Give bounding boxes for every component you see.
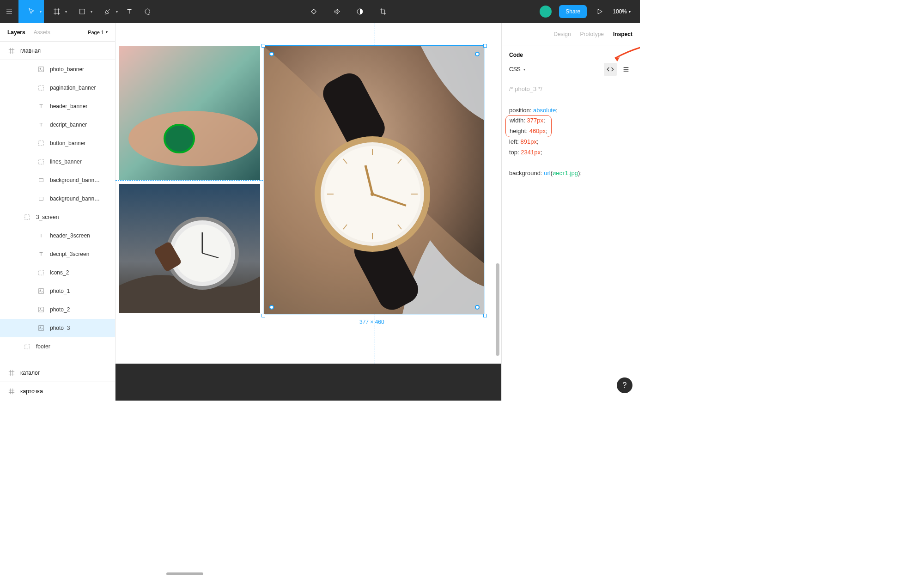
layer-item[interactable]: background_bann… <box>0 189 115 208</box>
selection-corner-dot[interactable] <box>269 305 274 310</box>
layers-list[interactable]: photo_bannerpagination_bannerheader_bann… <box>0 60 115 364</box>
layer-item[interactable]: decript_banner <box>0 116 115 134</box>
text-icon <box>38 232 44 239</box>
layer-label: decript_banner <box>50 122 87 128</box>
page-dropdown[interactable]: Page 1 ▾ <box>88 30 108 35</box>
layer-item[interactable]: photo_2 <box>0 300 115 319</box>
frame-label: карточка <box>20 388 43 395</box>
layer-label: icons_2 <box>50 269 69 276</box>
layer-item[interactable]: header_banner <box>0 97 115 116</box>
component-tool[interactable] <box>304 0 323 23</box>
chevron-down-icon: ▾ <box>523 67 525 72</box>
zoom-value: 100% <box>613 8 627 15</box>
shape-tool[interactable]: ▾ <box>69 0 95 23</box>
text-tool[interactable] <box>120 0 139 23</box>
selection-corner-dot[interactable] <box>269 52 274 56</box>
frame-row[interactable]: главная <box>0 42 115 60</box>
tab-design[interactable]: Design <box>553 31 571 37</box>
tab-prototype[interactable]: Prototype <box>580 31 604 37</box>
comment-tool[interactable] <box>139 0 157 23</box>
svg-rect-18 <box>25 344 30 349</box>
svg-point-15 <box>40 308 41 309</box>
layers-panel: Layers Assets Page 1 ▾ главная photo_ban… <box>0 23 116 401</box>
layer-item[interactable]: photo_banner <box>0 60 115 79</box>
selection-corner-dot[interactable] <box>475 305 480 310</box>
layer-item[interactable]: pagination_banner <box>0 79 115 97</box>
layer-label: lines_banner <box>50 158 82 165</box>
rect-icon <box>38 177 44 183</box>
selection-dimensions: 377 × 460 <box>359 319 384 325</box>
crop-tool[interactable] <box>374 0 392 23</box>
selection-handle[interactable] <box>261 44 265 48</box>
svg-point-17 <box>40 327 41 328</box>
rect-icon <box>38 195 44 202</box>
group-icon <box>38 85 44 91</box>
zoom-dropdown[interactable]: 100% ▾ <box>613 8 631 15</box>
layer-item[interactable]: lines_banner <box>0 152 115 171</box>
svg-rect-7 <box>39 159 44 164</box>
svg-rect-3 <box>39 67 44 72</box>
selection-handle[interactable] <box>483 44 487 48</box>
share-button[interactable]: Share <box>559 5 587 18</box>
canvas-image-2[interactable] <box>119 184 260 313</box>
user-avatar[interactable] <box>540 6 552 18</box>
svg-point-21 <box>164 125 194 152</box>
menu-button[interactable] <box>0 0 18 23</box>
canvas[interactable]: 377 × 460 <box>116 23 501 401</box>
union-tool[interactable] <box>328 0 346 23</box>
selection-corner-dot[interactable] <box>475 52 480 56</box>
layer-label: photo_3 <box>50 325 70 331</box>
svg-rect-0 <box>79 9 85 14</box>
layer-item[interactable]: decript_3screen <box>0 245 115 263</box>
move-tool[interactable]: ▾ <box>18 0 44 23</box>
layer-item[interactable]: photo_3 <box>0 319 115 337</box>
chevron-down-icon: ▾ <box>65 10 67 14</box>
selection-bounds <box>263 45 485 315</box>
tab-assets[interactable]: Assets <box>34 29 50 36</box>
layer-item[interactable]: 3_screen <box>0 208 115 226</box>
svg-rect-1 <box>311 9 316 14</box>
layer-label: button_banner <box>50 140 85 146</box>
layer-label: 3_screen <box>36 214 59 220</box>
layer-item[interactable]: button_banner <box>0 134 115 152</box>
selection-handle[interactable] <box>483 314 487 317</box>
table-view-button[interactable] <box>620 63 632 76</box>
text-icon <box>38 251 44 257</box>
selection-handle[interactable] <box>261 314 265 317</box>
help-button[interactable]: ? <box>617 377 632 393</box>
group-icon <box>38 269 44 276</box>
frame-row[interactable]: каталог <box>0 364 115 382</box>
image-icon <box>38 66 44 73</box>
code-view-button[interactable] <box>604 63 617 76</box>
layer-label: photo_banner <box>50 66 84 73</box>
layer-item[interactable]: header_3screen <box>0 226 115 245</box>
image-icon <box>38 325 44 331</box>
layer-label: decript_3screen <box>50 251 89 257</box>
tab-inspect[interactable]: Inspect <box>613 31 632 37</box>
layer-item[interactable]: footer <box>0 337 115 356</box>
vertical-scrollbar[interactable] <box>496 263 499 356</box>
layer-item[interactable]: background_bann… <box>0 171 115 189</box>
frame-row[interactable]: карточка <box>0 382 115 401</box>
pen-tool[interactable]: ▾ <box>95 0 120 23</box>
layer-item[interactable]: photo_1 <box>0 282 115 300</box>
chevron-down-icon: ▾ <box>629 10 631 14</box>
svg-rect-5 <box>39 85 44 91</box>
tab-layers[interactable]: Layers <box>7 29 25 36</box>
chevron-down-icon: ▾ <box>40 10 42 14</box>
svg-rect-14 <box>39 307 44 312</box>
svg-rect-9 <box>39 197 43 201</box>
code-language-dropdown[interactable]: CSS ▾ <box>509 66 525 73</box>
canvas-image-1[interactable] <box>119 46 260 180</box>
svg-rect-10 <box>25 215 30 220</box>
group-icon <box>24 214 30 220</box>
layer-item[interactable]: icons_2 <box>0 263 115 282</box>
chevron-down-icon: ▾ <box>91 10 92 14</box>
code-output[interactable]: /* photo_3 */position: absolute;width: 3… <box>502 79 640 184</box>
frame-label: главная <box>20 48 41 54</box>
present-button[interactable] <box>594 0 605 23</box>
group-icon <box>24 343 30 350</box>
layer-label: background_bann… <box>50 177 100 183</box>
frame-tool[interactable]: ▾ <box>44 0 69 23</box>
mask-tool[interactable] <box>351 0 369 23</box>
